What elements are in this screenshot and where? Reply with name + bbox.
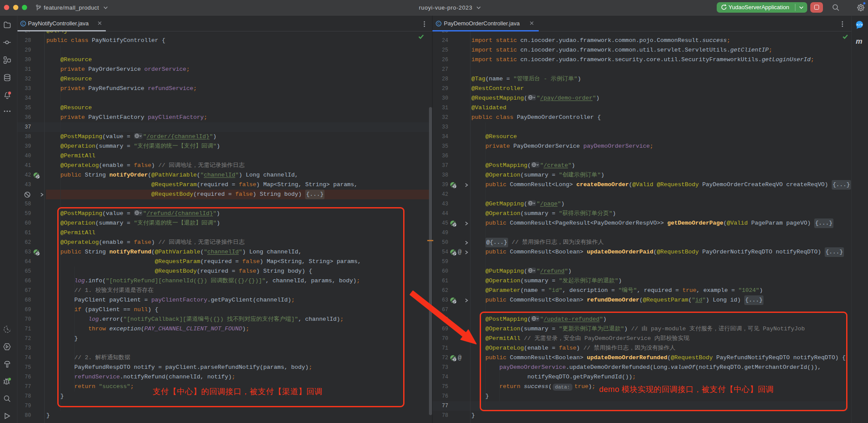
svg-text:C: C: [437, 21, 440, 26]
svg-text:C: C: [22, 21, 24, 26]
svg-text:</>: </>: [856, 23, 863, 27]
